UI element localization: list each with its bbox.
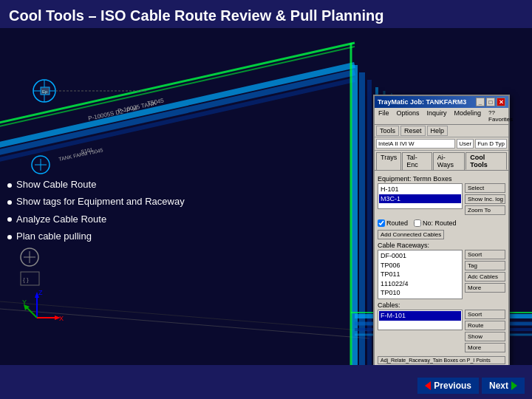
toolbar-help[interactable]: Help bbox=[427, 126, 449, 136]
cables-right: Soort Route Show More bbox=[465, 310, 505, 354]
no-routed-checkbox-label[interactable]: No: Routed bbox=[414, 219, 457, 227]
equipment-section: H-101 M3C-1 Select Show Inc. log Zoom To bbox=[378, 183, 505, 216]
routed-checkbox[interactable] bbox=[378, 219, 385, 227]
cable-item-1[interactable]: F-M-101 bbox=[379, 311, 461, 321]
next-button[interactable]: Next bbox=[482, 378, 525, 394]
page-header: Cool Tools – ISO Cable Route Review & Pu… bbox=[0, 0, 532, 28]
page-title: Cool Tools – ISO Cable Route Review & Pu… bbox=[9, 6, 523, 25]
svg-text:Z: Z bbox=[38, 289, 43, 296]
minimize-button[interactable]: _ bbox=[476, 98, 485, 106]
tag-button[interactable]: Tag bbox=[465, 261, 505, 270]
sort-button-1[interactable]: Soort bbox=[465, 250, 505, 259]
dialog-title: TrayMatic Job: TANKFARM3 bbox=[378, 98, 466, 106]
menu-file[interactable]: File bbox=[376, 109, 392, 123]
menu-options[interactable]: Options bbox=[395, 109, 422, 123]
equipment-right: Select Show Inc. log Zoom To bbox=[465, 183, 505, 216]
dialog-tabs: Trays Tal-Enc Ai-Ways Cool Tools bbox=[375, 151, 508, 170]
equipment-list[interactable]: H-101 M3C-1 bbox=[378, 183, 463, 209]
user-label: User bbox=[457, 139, 474, 149]
adj-relate-button[interactable]: Adj_Relate_Raceway_Tain Boxes on P_I Poi… bbox=[378, 356, 505, 364]
equipment-left: H-101 M3C-1 bbox=[378, 183, 463, 216]
maximize-button[interactable]: □ bbox=[486, 98, 495, 106]
previous-button[interactable]: Previous bbox=[417, 378, 479, 394]
raceway-item-2[interactable]: TP006 bbox=[379, 261, 461, 270]
bullet-points-list: Show Cable Route Show tags for Equipment… bbox=[7, 176, 185, 245]
axis-indicator: Z X Y bbox=[22, 284, 66, 328]
raceway-item-4[interactable]: 111022/4 bbox=[379, 279, 461, 289]
next-label: Next bbox=[489, 381, 508, 391]
raceway-item-1[interactable]: DF-0001 bbox=[379, 251, 461, 261]
bullet-item-3: Analyze Cable Route bbox=[7, 211, 185, 228]
bullet-item-1: Show Cable Route bbox=[7, 176, 185, 193]
svg-text:Y: Y bbox=[22, 299, 27, 306]
tab-trays[interactable]: Trays bbox=[376, 152, 401, 170]
add-cables-button[interactable]: Adc Cables bbox=[465, 272, 505, 282]
cables-section: F-M-101 Soort Route Show More bbox=[378, 310, 505, 354]
raceway-item-5[interactable]: TP010 bbox=[379, 288, 461, 298]
intel-label: IntelA II IVI W bbox=[376, 139, 455, 149]
add-connected-button[interactable]: Add Connected Cables bbox=[378, 230, 444, 239]
next-arrow-icon bbox=[511, 381, 517, 390]
dialog-body: Equipment: Termn Boxes H-101 M3C-1 Selec… bbox=[375, 171, 508, 365]
dialog-toolbar: Tools Reset Help bbox=[375, 125, 508, 137]
toolbar-tools[interactable]: Tools bbox=[376, 126, 399, 136]
show-button[interactable]: Show bbox=[465, 332, 505, 341]
no-routed-label: No: Routed bbox=[423, 219, 457, 227]
routed-section: Routed No: Routed bbox=[378, 218, 505, 228]
tab-cool-tools[interactable]: Cool Tools bbox=[466, 152, 507, 170]
no-routed-checkbox[interactable] bbox=[414, 219, 421, 227]
raceway-item-3[interactable]: TP011 bbox=[379, 270, 461, 279]
raceways-list[interactable]: DF-0001 TP006 TP011 111022/4 TP010 bbox=[378, 250, 463, 299]
cables-left: F-M-101 bbox=[378, 310, 463, 354]
more-button-1[interactable]: More bbox=[465, 283, 505, 293]
dialog-menu: File Options Inquiry Modeling ??Favorite… bbox=[375, 108, 508, 125]
menu-modeling[interactable]: Modeling bbox=[452, 109, 484, 123]
cables-list[interactable]: F-M-101 bbox=[378, 310, 463, 330]
toolbar-reset[interactable]: Reset bbox=[400, 126, 426, 136]
tab-tal-enc[interactable]: Tal-Enc bbox=[402, 152, 432, 170]
cables-section-label: Cables: bbox=[378, 301, 505, 309]
close-button[interactable]: ✕ bbox=[497, 98, 505, 106]
raceways-left: DF-0001 TP006 TP011 111022/4 TP010 bbox=[378, 250, 463, 299]
routed-label: Routed bbox=[386, 219, 408, 227]
routed-checkbox-label[interactable]: Routed bbox=[378, 219, 408, 227]
select-button[interactable]: Select bbox=[465, 183, 505, 193]
titlebar-controls: _ □ ✕ bbox=[476, 98, 505, 106]
previous-label: Previous bbox=[434, 381, 471, 391]
equipment-item-2[interactable]: M3C-1 bbox=[379, 194, 461, 204]
equipment-item-1[interactable]: H-101 bbox=[379, 185, 461, 194]
menu-inquiry[interactable]: Inquiry bbox=[425, 109, 449, 123]
raceways-section-label: Cable Raceways: bbox=[378, 242, 505, 249]
svg-text:{ }: { } bbox=[23, 276, 29, 283]
footer: Previous Next bbox=[0, 372, 532, 399]
bullet-item-2: Show tags for Equipment and Raceway bbox=[7, 193, 185, 210]
sort-button-2[interactable]: Soort bbox=[465, 310, 505, 319]
svg-text:X: X bbox=[59, 315, 64, 322]
menu-favorites[interactable]: ??Favorites bbox=[486, 109, 515, 123]
traymatic-dialog: TrayMatic Job: TANKFARM3 _ □ ✕ File Opti… bbox=[373, 95, 510, 365]
previous-arrow-icon bbox=[425, 381, 431, 390]
route-button[interactable]: Route bbox=[465, 321, 505, 330]
main-content-area: P-10005S D2- P-M P-10025 TANK T5045 S101… bbox=[0, 28, 532, 365]
bullet-item-4: Plan cable pulling bbox=[7, 228, 185, 245]
show-inc-button[interactable]: Show Inc. log bbox=[465, 194, 505, 204]
tab-ai-ways[interactable]: Ai-Ways bbox=[433, 152, 466, 170]
dialog-titlebar: TrayMatic Job: TANKFARM3 _ □ ✕ bbox=[375, 96, 508, 108]
more-button-2[interactable]: More bbox=[465, 343, 505, 352]
fun-label: Fun D Typ bbox=[475, 139, 507, 149]
equipment-section-label: Equipment: Termn Boxes bbox=[378, 175, 505, 183]
zoom-to-button[interactable]: Zoom To bbox=[465, 205, 505, 215]
raceways-right: Soort Tag Adc Cables More bbox=[465, 250, 505, 299]
raceways-section: DF-0001 TP006 TP011 111022/4 TP010 Soort… bbox=[378, 250, 505, 299]
svg-text:Ep: Ep bbox=[42, 89, 48, 94]
